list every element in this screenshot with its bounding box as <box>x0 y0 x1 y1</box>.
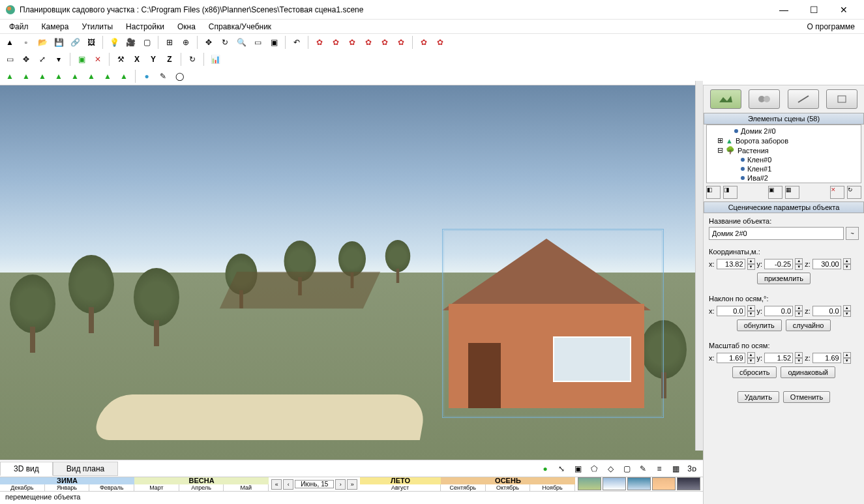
rp-mode-measure[interactable] <box>788 89 819 109</box>
vt-pencil-icon[interactable]: ✎ <box>636 462 650 476</box>
effect6-icon[interactable]: ✿ <box>394 35 408 50</box>
cancel-button[interactable]: Отменить <box>783 391 830 403</box>
scale-icon[interactable]: ⤢ <box>35 52 50 67</box>
scale-y-dn[interactable]: ▼ <box>795 358 803 364</box>
coord-y-input[interactable] <box>764 259 793 269</box>
zoom-icon[interactable]: 🔍 <box>234 35 248 50</box>
thumb-3[interactable] <box>627 477 651 490</box>
object-name-input[interactable] <box>709 227 844 240</box>
tilt-z-dn[interactable]: ▼ <box>843 311 851 317</box>
grid-icon[interactable]: ⊞ <box>162 35 177 50</box>
water-icon[interactable]: ● <box>140 69 154 83</box>
shape5-icon[interactable]: ▲ <box>68 69 82 83</box>
random-button[interactable]: случайно <box>786 319 831 331</box>
ground-button[interactable]: приземлить <box>757 273 811 284</box>
tl-prev-button[interactable]: ‹ <box>283 479 293 490</box>
coord-z-up[interactable]: ▲ <box>843 258 851 264</box>
thumb-4[interactable] <box>652 477 676 490</box>
menu-about[interactable]: О программе <box>801 21 861 33</box>
rp-mode-objects[interactable] <box>749 89 780 109</box>
effect3-icon[interactable]: ✿ <box>345 35 359 50</box>
vt-cube-icon[interactable]: ▦ <box>668 462 683 476</box>
tree-btn-2[interactable]: ◨ <box>723 186 737 199</box>
coord-x-up[interactable]: ▲ <box>747 258 755 264</box>
tl-last-button[interactable]: » <box>347 479 357 490</box>
move2-icon[interactable]: ✥ <box>19 52 33 67</box>
x-axis-icon[interactable]: X <box>130 52 144 67</box>
rect-icon[interactable]: ▭ <box>3 52 17 67</box>
select-rect-icon[interactable]: ▭ <box>250 35 265 50</box>
menu-help[interactable]: Справка/Учебник <box>202 21 278 33</box>
rp-mode-terrain[interactable] <box>710 89 741 109</box>
tilt-y-input[interactable] <box>764 306 793 316</box>
vt-diamond-icon[interactable]: ◇ <box>603 462 618 476</box>
shape3-icon[interactable]: ▲ <box>35 69 50 83</box>
open-icon[interactable]: 📂 <box>35 35 50 50</box>
rp-mode-cube[interactable] <box>826 89 857 109</box>
shape4-icon[interactable]: ▲ <box>52 69 66 83</box>
zero-button[interactable]: обнулить <box>737 319 782 331</box>
tilt-y-dn[interactable]: ▼ <box>795 311 803 317</box>
pointer-icon[interactable]: ▲ <box>3 35 17 50</box>
vt-stack-icon[interactable]: ≡ <box>652 462 666 476</box>
shape6-icon[interactable]: ▲ <box>84 69 98 83</box>
eyedropper-icon[interactable]: ✎ <box>156 69 170 83</box>
tab-plan-view[interactable]: Вид плана <box>53 462 119 476</box>
tilt-x-input[interactable] <box>717 306 745 316</box>
tree-node-house[interactable]: Домик 2#0 <box>709 126 858 136</box>
camera-view-icon[interactable]: 🎥 <box>123 35 138 50</box>
effect7-icon[interactable]: ✿ <box>417 35 431 50</box>
tab-3d-view[interactable]: 3D вид <box>0 462 53 476</box>
coord-y-dn[interactable]: ▼ <box>795 264 803 270</box>
menu-camera[interactable]: Камера <box>35 21 76 33</box>
rotate-icon[interactable]: ↻ <box>218 35 232 50</box>
tree-node-maple1[interactable]: Клен#1 <box>709 164 858 173</box>
undo-icon[interactable]: ↶ <box>290 35 304 50</box>
vt-axes-icon[interactable]: ⤡ <box>554 462 569 476</box>
shape1-icon[interactable]: ▲ <box>3 69 17 83</box>
tree-btn-1[interactable]: ◧ <box>706 186 721 199</box>
thumb-2[interactable] <box>603 477 626 490</box>
scale-z-input[interactable] <box>812 353 841 363</box>
tilt-x-dn[interactable]: ▼ <box>747 311 755 317</box>
coord-x-dn[interactable]: ▼ <box>747 264 755 270</box>
tilt-y-up[interactable]: ▲ <box>795 305 803 311</box>
menu-file[interactable]: Файл <box>3 21 35 33</box>
move-icon[interactable]: ✥ <box>201 35 216 50</box>
coord-x-input[interactable] <box>717 259 745 269</box>
scale-z-up[interactable]: ▲ <box>843 352 851 358</box>
vt-box-icon[interactable]: ▣ <box>571 462 585 476</box>
menu-settings[interactable]: Настройки <box>119 21 171 33</box>
name-revert-button[interactable]: ~ <box>846 227 859 240</box>
scale-x-up[interactable]: ▲ <box>747 352 755 358</box>
coord-z-dn[interactable]: ▼ <box>843 264 851 270</box>
delete-icon[interactable]: ✕ <box>91 52 105 67</box>
vt-green-icon[interactable]: ● <box>538 462 552 476</box>
scale-x-input[interactable] <box>717 353 745 363</box>
tree-node-fence[interactable]: ⊞ ▲ Ворота заборов <box>709 136 858 145</box>
dropdown-icon[interactable]: ▾ <box>52 52 66 67</box>
copy-icon[interactable]: ▣ <box>74 52 89 67</box>
bulb-icon[interactable]: 💡 <box>107 35 121 50</box>
shape7-icon[interactable]: ▲ <box>100 69 115 83</box>
scale-y-up[interactable]: ▲ <box>795 352 803 358</box>
tl-next-button[interactable]: › <box>335 479 346 490</box>
tree-btn-6[interactable]: ↻ <box>847 186 861 199</box>
shape8-icon[interactable]: ▲ <box>117 69 131 83</box>
tree-btn-5[interactable]: ✕ <box>830 186 844 199</box>
chart-icon[interactable]: 📊 <box>208 52 222 67</box>
vt-square-icon[interactable]: ▢ <box>619 462 634 476</box>
link-icon[interactable]: 🔗 <box>68 35 82 50</box>
z-axis-icon[interactable]: Z <box>162 52 177 67</box>
thumb-5[interactable] <box>677 477 700 490</box>
y-axis-icon[interactable]: Y <box>146 52 160 67</box>
vt-3d-icon[interactable]: 3ᴅ <box>685 462 699 476</box>
reload-icon[interactable]: ↻ <box>185 52 200 67</box>
tree-node-willow[interactable]: Ива#2 <box>709 173 858 183</box>
select-area-icon[interactable]: ▣ <box>267 35 281 50</box>
tree-node-maple0[interactable]: Клен#0 <box>709 155 858 164</box>
effect1-icon[interactable]: ✿ <box>312 35 327 50</box>
scale-y-input[interactable] <box>764 353 793 363</box>
menu-windows[interactable]: Окна <box>171 21 202 33</box>
coord-z-input[interactable] <box>812 259 841 269</box>
